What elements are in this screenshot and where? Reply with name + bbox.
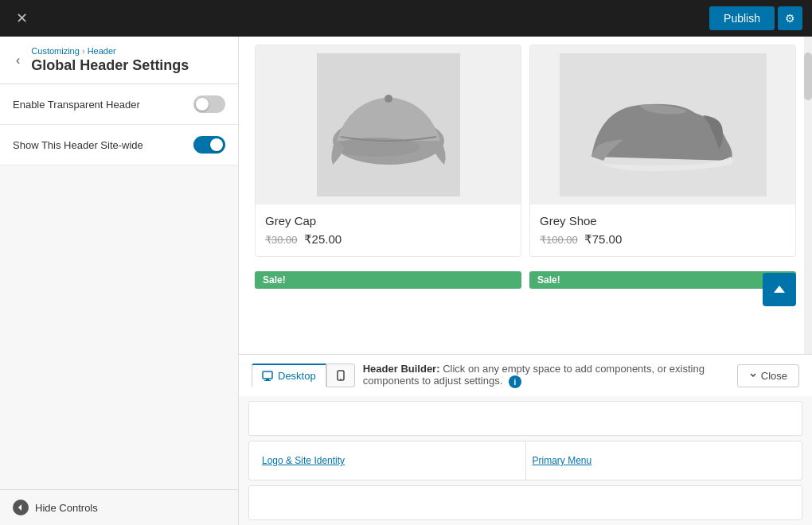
product-card-grey-shoe: Grey Shoe ₹100.00 ₹75.00 xyxy=(529,45,796,257)
preview-area: Grey Cap ₹30.00 ₹25.00 xyxy=(239,37,812,525)
header-zone-menu-cell[interactable]: Primary Menu xyxy=(526,441,796,480)
sale-badge-cap: Sale! xyxy=(255,271,521,289)
sale-badge-shoe: Sale! xyxy=(529,271,796,289)
product-image-grey-shoe xyxy=(530,45,795,204)
site-wide-header-toggle[interactable] xyxy=(193,136,225,154)
primary-menu-label[interactable]: Primary Menu xyxy=(533,455,592,466)
header-zone-middle: Logo & Site Identity Primary Menu xyxy=(248,441,802,480)
transparent-header-label: Enable Transparent Header xyxy=(13,99,140,111)
product-name-grey-shoe: Grey Shoe xyxy=(540,214,786,228)
svg-marker-0 xyxy=(18,504,21,511)
site-wide-header-control: Show This Header Site-wide xyxy=(0,125,238,165)
product-grid-area: Grey Cap ₹30.00 ₹25.00 xyxy=(239,37,812,354)
header-zone-logo-cell[interactable]: Logo & Site Identity xyxy=(256,441,526,480)
hide-controls-area[interactable]: Hide Controls xyxy=(0,489,238,525)
mobile-icon xyxy=(337,370,345,381)
svg-rect-8 xyxy=(264,380,271,381)
new-price-grey-shoe: ₹75.00 xyxy=(584,232,623,247)
sidebar-header: ‹ Customizing › Header Global Header Set… xyxy=(0,37,238,84)
scrollbar-track[interactable] xyxy=(804,37,812,354)
new-price-grey-cap: ₹25.00 xyxy=(304,232,342,247)
product-info-grey-cap: Grey Cap ₹30.00 ₹25.00 xyxy=(256,204,521,256)
back-button[interactable]: ‹ xyxy=(13,50,23,71)
close-button[interactable]: ✕ xyxy=(10,8,34,29)
site-wide-header-slider xyxy=(193,136,225,154)
header-builder-bar: Desktop Header Builder: Click on any emp… xyxy=(239,354,812,396)
sale-badges: Sale! Sale! xyxy=(239,265,812,301)
transparent-header-control: Enable Transparent Header xyxy=(0,84,238,125)
breadcrumb: Customizing › Header xyxy=(31,46,189,56)
desktop-icon xyxy=(262,371,273,382)
builder-info-prefix: Header Builder: xyxy=(363,363,440,375)
close-panel-label: Close xyxy=(761,370,787,382)
header-builder-zones: Logo & Site Identity Primary Menu xyxy=(239,396,812,525)
price-area-grey-cap: ₹30.00 ₹25.00 xyxy=(265,232,511,247)
shoe-svg xyxy=(560,53,767,196)
hide-controls-icon xyxy=(13,500,29,515)
desktop-tab-label: Desktop xyxy=(278,370,316,382)
publish-button[interactable]: Publish xyxy=(709,6,775,30)
product-name-grey-cap: Grey Cap xyxy=(265,214,511,228)
header-zone-bottom[interactable] xyxy=(248,485,802,520)
product-image-grey-cap xyxy=(256,45,521,204)
settings-button[interactable]: ⚙ xyxy=(778,6,802,30)
product-info-grey-shoe: Grey Shoe ₹100.00 ₹75.00 xyxy=(530,204,795,256)
breadcrumb-customizing-link[interactable]: Customizing xyxy=(31,46,80,56)
chevron-down-icon xyxy=(749,371,757,379)
top-bar: ✕ Publish ⚙ xyxy=(0,0,812,37)
sidebar-title: Global Header Settings xyxy=(31,57,189,74)
svg-rect-7 xyxy=(266,379,269,380)
breadcrumb-sep: › xyxy=(82,46,85,56)
hide-controls-label: Hide Controls xyxy=(35,502,98,514)
main-layout: ‹ Customizing › Header Global Header Set… xyxy=(0,37,812,525)
desktop-tab[interactable]: Desktop xyxy=(252,364,326,387)
transparent-header-slider xyxy=(193,95,225,113)
view-tabs: Desktop xyxy=(252,364,355,387)
product-card-grey-cap: Grey Cap ₹30.00 ₹25.00 xyxy=(255,45,521,257)
breadcrumb-area: Customizing › Header Global Header Setti… xyxy=(31,46,189,74)
info-icon: i xyxy=(509,375,521,388)
price-area-grey-shoe: ₹100.00 ₹75.00 xyxy=(540,232,786,247)
svg-point-4 xyxy=(385,95,392,103)
header-zone-top[interactable] xyxy=(248,401,802,436)
cap-svg xyxy=(317,53,460,196)
scroll-up-button[interactable] xyxy=(763,273,796,306)
old-price-grey-cap: ₹30.00 xyxy=(265,234,298,246)
sidebar: ‹ Customizing › Header Global Header Set… xyxy=(0,37,239,525)
publish-area: Publish ⚙ xyxy=(709,6,802,30)
logo-identity-label[interactable]: Logo & Site Identity xyxy=(262,455,345,466)
breadcrumb-header-link[interactable]: Header xyxy=(88,46,116,56)
old-price-grey-shoe: ₹100.00 xyxy=(540,234,578,246)
svg-point-10 xyxy=(340,379,342,380)
arrow-up-icon xyxy=(772,282,787,297)
site-wide-header-label: Show This Header Site-wide xyxy=(13,139,143,151)
transparent-header-toggle[interactable] xyxy=(193,95,225,113)
svg-rect-6 xyxy=(263,371,272,379)
close-panel-button[interactable]: Close xyxy=(737,364,799,387)
products-container: Grey Cap ₹30.00 ₹25.00 xyxy=(239,37,812,265)
mobile-tab[interactable] xyxy=(326,364,355,387)
scrollbar-thumb[interactable] xyxy=(804,52,812,100)
builder-info: Header Builder: Click on any empty space… xyxy=(363,363,729,388)
